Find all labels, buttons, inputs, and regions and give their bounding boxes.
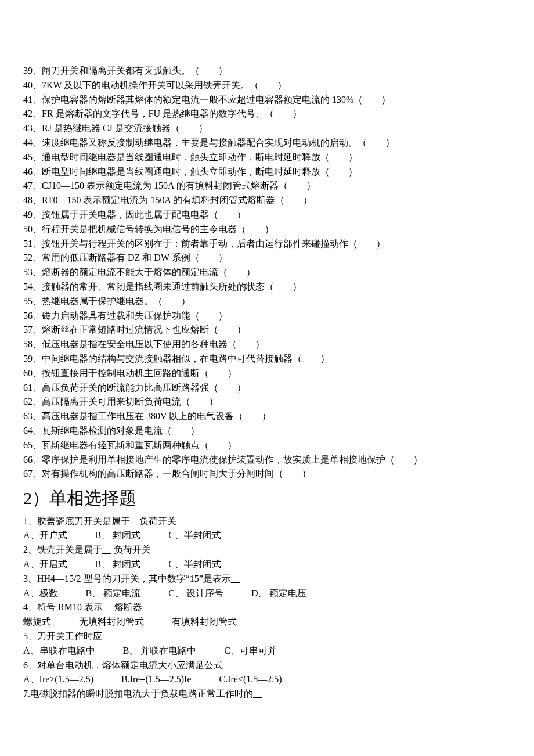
- true-false-item: 49、按钮属于开关电器，因此也属于配电电器（ ）: [23, 208, 511, 222]
- true-false-item: 46、断电型时间继电器是当线圈通电时，触头立即动作，断电时延时释放（ ）: [23, 165, 511, 179]
- document-page: 39、闸刀开关和隔离开关都有灭弧触头。（ ）40、7KW 及以下的电动机操作开关…: [0, 0, 534, 736]
- true-false-item: 56、磁力启动器具有过载和失压保护功能（ ）: [23, 309, 511, 323]
- mc-question-options: A、串联在电路中 B、 并联在电路中 C、可串可并: [23, 644, 511, 658]
- mc-question-stem: 2、铁壳开关是属于 负荷开关: [23, 543, 511, 557]
- blank-underline: [102, 545, 111, 555]
- true-false-item: 44、速度继电器又称反接制动继电器，主要是与接触器配合实现对电动机的启动。（ ）: [23, 136, 511, 150]
- blank-underline: [130, 516, 139, 526]
- true-false-item: 57、熔断丝在正常短路时过流情况下也应熔断（ ）: [23, 323, 511, 337]
- mc-question-options: A、开启式 B、 封闭式 C、半封闭式: [23, 557, 511, 572]
- true-false-item: 58、低压电器是指在安全电压以下使用的各种电器（ ）: [23, 337, 511, 352]
- section-heading: 2）单相选择题: [23, 485, 511, 512]
- true-false-item: 61、高压负荷开关的断流能力比高压断路器强（ ）: [23, 381, 511, 395]
- mc-question-stem: 1、胶盖瓷底刀开关是属于 负荷开关: [23, 514, 511, 529]
- true-false-item: 54、接触器的常开、常闭是指线圈未通过前触头所处的状态（ ）: [23, 280, 511, 294]
- blank-underline: [223, 660, 232, 670]
- blank-underline: [231, 574, 240, 584]
- mc-question-stem: 6、对单台电动机，熔体额定电流大小应满足公式: [23, 658, 511, 673]
- blank-underline: [253, 689, 262, 699]
- mc-question-options: A、极数 B、 额定电流 C、 设计序号 D、 额定电压: [23, 586, 511, 601]
- mc-question-stem: 4、符号 RM10 表示 熔断器: [23, 600, 511, 615]
- true-false-section: 39、闸刀开关和隔离开关都有灭弧触头。（ ）40、7KW 及以下的电动机操作开关…: [23, 64, 511, 481]
- true-false-item: 59、中间继电器的结构与交流接触器相似，在电路中可代替接触器（ ）: [23, 352, 511, 366]
- true-false-item: 48、RT0—150 表示额定电流为 150A 的有填料封闭管式熔断器（ ）: [23, 193, 511, 208]
- true-false-item: 42、FR 是熔断器的文字代号，FU 是热继电器的数字代号。（ ）: [23, 107, 511, 121]
- true-false-item: 55、热继电器属于保护继电器。（ ）: [23, 294, 511, 309]
- true-false-item: 40、7KW 及以下的电动机操作开关可以采用铁壳开关。（ ）: [23, 78, 511, 93]
- blank-underline: [102, 631, 111, 641]
- true-false-item: 39、闸刀开关和隔离开关都有灭弧触头。（ ）: [23, 64, 511, 78]
- true-false-item: 43、RJ 是热继电器 CJ 是交流接触器（ ）: [23, 121, 511, 136]
- true-false-item: 64、瓦斯继电器检测的对象是电流（ ）: [23, 424, 511, 438]
- mc-question-options: A、Ire>(1.5—2.5) B.Ire=(1.5—2.5)Ie C.Ire<…: [23, 672, 511, 687]
- true-false-item: 53、熔断器的额定电流不能大于熔体的额定电流（ ）: [23, 265, 511, 280]
- true-false-item: 67、对有操作机构的高压断路器，一般合闸时间大于分闸时间（ ）: [23, 467, 511, 481]
- true-false-item: 65、瓦斯继电器有轻瓦斯和重瓦斯两种触点（ ）: [23, 438, 511, 453]
- mc-question-stem: 5、刀开关工作时应: [23, 629, 511, 644]
- true-false-item: 47、CJ10—150 表示额定电流为 150A 的有填料封闭管式熔断器（ ）: [23, 179, 511, 193]
- mc-question-stem: 3、HH4—15/2 型号的刀开关，其中数字“15”是表示: [23, 572, 511, 586]
- mc-question-options: 螺旋式 无填料封闭管式 有填料封闭管式: [23, 615, 511, 629]
- true-false-item: 50、行程开关是把机械信号转换为电信号的主令电器（ ）: [23, 222, 511, 237]
- mc-question-stem: 7.电磁脱扣器的瞬时脱扣电流大于负载电路正常工作时的: [23, 687, 511, 701]
- true-false-item: 63、高压电器是指工作电压在 380V 以上的电气设备（ ）: [23, 409, 511, 424]
- true-false-item: 62、高压隔离开关可用来切断负荷电流（ ）: [23, 395, 511, 409]
- multiple-choice-section: 1、胶盖瓷底刀开关是属于 负荷开关A、开户式 B、 封闭式 C、半封闭式2、铁壳…: [23, 514, 511, 701]
- true-false-item: 41、保护电容器的熔断器其熔体的额定电流一般不应超过电容器额定电流的 130%（…: [23, 93, 511, 107]
- true-false-item: 45、通电型时间继电器是当线圈通电时，触头立即动作，断电时延时释放（ ）: [23, 150, 511, 165]
- blank-underline: [103, 602, 112, 612]
- true-false-item: 51、按钮开关与行程开关的区别在于：前者靠手动，后者由运行部件来碰撞动作（ ）: [23, 237, 511, 251]
- true-false-item: 60、按钮直接用于控制电动机主回路的通断（ ）: [23, 366, 511, 381]
- true-false-item: 66、零序保护是利用单相接地产生的零序电流使保护装置动作，故实质上是单相接地保护…: [23, 453, 511, 467]
- mc-question-options: A、开户式 B、 封闭式 C、半封闭式: [23, 528, 511, 543]
- true-false-item: 52、常用的低压断路器有 DZ 和 DW 系例（ ）: [23, 251, 511, 265]
